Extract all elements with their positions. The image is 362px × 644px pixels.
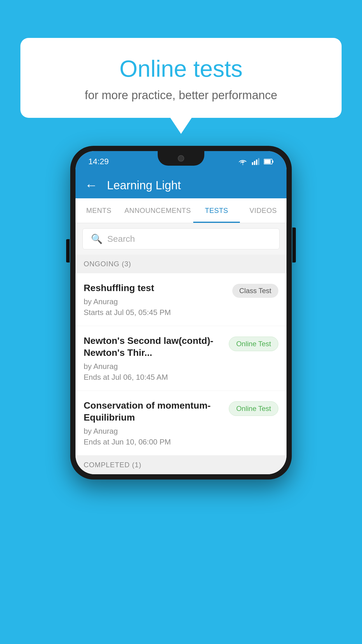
- wifi-icon: [238, 158, 247, 165]
- test-author-2: by Anurag: [84, 362, 223, 371]
- speech-bubble-container: Online tests for more practice, better p…: [20, 38, 342, 118]
- signal-icon: [252, 158, 260, 166]
- back-button[interactable]: ←: [85, 179, 98, 192]
- svg-rect-0: [252, 162, 253, 165]
- search-box[interactable]: 🔍 Search: [82, 228, 280, 249]
- section-ongoing-header: ONGOING (3): [75, 255, 287, 273]
- tabs-container: MENTS ANNOUNCEMENTS TESTS VIDEOS: [75, 198, 287, 223]
- phone-outer: 14:29: [70, 146, 292, 480]
- app-header: ← Learning Light: [75, 172, 287, 198]
- test-name-1: Reshuffling test: [84, 282, 226, 294]
- svg-rect-3: [258, 158, 259, 165]
- test-name-2: Newton's Second law(contd)-Newton's Thir…: [84, 335, 223, 359]
- notch: [158, 151, 204, 166]
- test-date-3: Ends at Jun 10, 06:00 PM: [84, 438, 223, 447]
- test-author-3: by Anurag: [84, 427, 223, 436]
- tab-videos[interactable]: VIDEOS: [240, 198, 287, 223]
- test-date-2: Ends at Jul 06, 10:45 AM: [84, 373, 223, 382]
- test-author-1: by Anurag: [84, 297, 226, 306]
- test-item-conservation[interactable]: Conservation of momentum-Equilibrium by …: [75, 391, 287, 456]
- test-name-3: Conservation of momentum-Equilibrium: [84, 400, 223, 424]
- status-time: 14:29: [88, 157, 109, 166]
- bubble-subtitle: for more practice, better performance: [44, 89, 318, 102]
- status-icons: [238, 158, 274, 166]
- svg-rect-5: [272, 160, 273, 162]
- search-container: 🔍 Search: [75, 223, 287, 255]
- test-badge-2: Online Test: [229, 337, 278, 351]
- svg-rect-6: [264, 160, 271, 163]
- phone-wrapper: 14:29: [70, 146, 292, 480]
- app-title: Learning Light: [107, 179, 181, 192]
- phone-screen: 14:29: [75, 151, 287, 474]
- test-item-reshuffling[interactable]: Reshuffling test by Anurag Starts at Jul…: [75, 273, 287, 326]
- test-info-2: Newton's Second law(contd)-Newton's Thir…: [84, 335, 223, 382]
- test-badge-1: Class Test: [232, 284, 278, 298]
- test-item-newton[interactable]: Newton's Second law(contd)-Newton's Thir…: [75, 326, 287, 391]
- bubble-title: Online tests: [44, 55, 318, 82]
- battery-icon: [264, 158, 274, 165]
- camera: [178, 155, 184, 162]
- tab-tests[interactable]: TESTS: [193, 198, 240, 223]
- speech-bubble: Online tests for more practice, better p…: [20, 38, 342, 118]
- tab-ments[interactable]: MENTS: [75, 198, 122, 223]
- test-info-3: Conservation of momentum-Equilibrium by …: [84, 400, 223, 447]
- search-icon: 🔍: [91, 233, 103, 244]
- tab-announcements[interactable]: ANNOUNCEMENTS: [122, 198, 193, 223]
- test-date-1: Starts at Jul 05, 05:45 PM: [84, 308, 226, 317]
- test-badge-3: Online Test: [229, 401, 278, 416]
- status-bar: 14:29: [75, 151, 287, 172]
- section-completed-header: COMPLETED (1): [75, 456, 287, 474]
- search-placeholder: Search: [107, 234, 135, 244]
- svg-rect-1: [254, 161, 255, 165]
- test-info-1: Reshuffling test by Anurag Starts at Jul…: [84, 282, 226, 317]
- svg-rect-2: [256, 160, 257, 165]
